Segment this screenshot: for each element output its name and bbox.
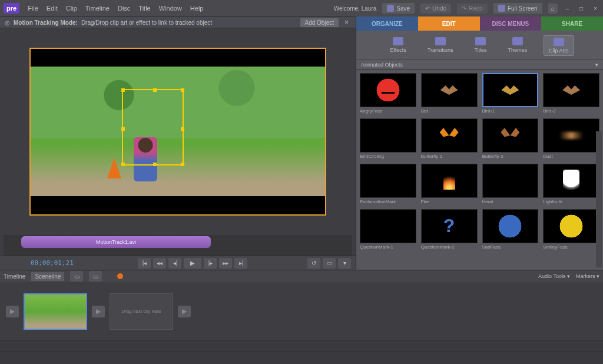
asset-fire[interactable]: Fire: [421, 164, 478, 204]
undo-label: Undo: [432, 5, 446, 12]
menu-title[interactable]: Title: [138, 5, 150, 12]
subtab-effects[interactable]: Effects: [385, 35, 410, 56]
tab-organize[interactable]: ORGANIZE: [356, 16, 418, 31]
sceneline-tool-1[interactable]: ▭: [70, 271, 83, 282]
audio-tracks: [0, 340, 603, 364]
add-object-button[interactable]: Add Object: [300, 18, 339, 27]
scene-clip-1[interactable]: [24, 293, 87, 330]
tracking-box[interactable]: [122, 89, 184, 166]
menubar: pre FileEditClipTimelineDiscTitleWindowH…: [0, 0, 603, 16]
loop-button[interactable]: ↺: [307, 258, 320, 269]
asset-label: Bird-1: [482, 108, 539, 114]
subtab-themes[interactable]: Themes: [503, 35, 532, 56]
asset-lightbulb[interactable]: Lightbulb: [543, 164, 599, 204]
close-button[interactable]: ×: [591, 5, 599, 12]
subtab-titles[interactable]: Titles: [469, 35, 491, 56]
audio-track-1[interactable]: [0, 341, 603, 352]
home-button[interactable]: ⌂: [548, 4, 558, 14]
safe-margins-button[interactable]: ▭: [323, 258, 336, 269]
menu-edit[interactable]: Edit: [47, 5, 58, 12]
goto-start-button[interactable]: |◂: [138, 258, 151, 269]
asset-angryface[interactable]: AngryFace: [360, 73, 416, 114]
workspace-tabs: ORGANIZE EDIT DISC MENUS SHARE: [356, 16, 603, 31]
tab-sceneline[interactable]: Sceneline: [31, 272, 64, 281]
asset-bird-2[interactable]: Bird-2: [543, 73, 599, 114]
asset-butterfly-1[interactable]: Butterfly-1: [421, 118, 478, 159]
markers-button[interactable]: Markers ▾: [576, 273, 599, 279]
asset-questionmark-2[interactable]: ?QuestionMark-2: [421, 209, 478, 250]
play-button[interactable]: ▶: [184, 258, 201, 269]
clip-bar[interactable]: MotionTrack1.avi: [21, 236, 211, 248]
asset-label: Bat: [421, 108, 478, 114]
rewind-button[interactable]: ◂◂: [153, 258, 166, 269]
step-fwd-button[interactable]: |▸: [204, 258, 217, 269]
undo-button[interactable]: ↶ Undo: [420, 4, 451, 14]
minimize-button[interactable]: –: [564, 5, 572, 12]
close-motion-button[interactable]: ×: [342, 18, 351, 27]
fast-fwd-button[interactable]: ▸▸: [219, 258, 232, 269]
category-header[interactable]: Animated Objects ▾: [356, 59, 603, 70]
asset-birdcircling[interactable]: BirdCircling: [360, 118, 416, 159]
asset-smileyface[interactable]: SmileyFace: [543, 209, 599, 250]
menu-window[interactable]: Window: [159, 5, 182, 12]
record-icon[interactable]: [117, 273, 123, 279]
asset-label: SadFace: [482, 244, 539, 250]
scene-placeholder[interactable]: Drag next clip here: [110, 293, 173, 330]
tab-share[interactable]: SHARE: [541, 16, 603, 31]
subtab-clip-arts[interactable]: Clip Arts: [544, 35, 574, 56]
asset-thumb: [360, 73, 416, 107]
bottom-right-tools: Audio Tools ▾ Markers ▾: [538, 273, 599, 279]
asset-bat[interactable]: Bat: [421, 73, 478, 114]
asset-label: Heart: [482, 199, 539, 204]
options-button[interactable]: ▾: [338, 258, 351, 269]
asset-label: ExclamationMark: [360, 199, 416, 204]
asset-bird-1[interactable]: Bird-1: [482, 73, 539, 114]
menu-timeline[interactable]: Timeline: [85, 5, 110, 12]
redo-button[interactable]: ↷ Redo: [457, 4, 488, 14]
asset-sadface[interactable]: SadFace: [482, 209, 539, 250]
menu-file[interactable]: File: [28, 5, 38, 12]
save-button[interactable]: Save: [382, 3, 415, 14]
asset-butterfly-2[interactable]: Butterfly-2: [482, 118, 539, 159]
asset-thumb: [360, 118, 416, 153]
audio-tools-button[interactable]: Audio Tools ▾: [538, 273, 570, 279]
clip arts-icon: [554, 38, 564, 46]
subtab-transitions[interactable]: Transitions: [423, 35, 458, 56]
mini-timeline[interactable]: MotionTrack1.avi: [4, 235, 352, 256]
asset-heart[interactable]: Heart: [482, 164, 539, 204]
asset-grid-area: AngryFaceBatBird-1Bird-2BirdCirclingButt…: [356, 70, 603, 270]
asset-label: Dust: [543, 154, 599, 159]
asset-thumb: [360, 164, 416, 198]
video-preview[interactable]: [29, 48, 326, 216]
asset-dust[interactable]: Dust: [543, 118, 599, 159]
fullscreen-button[interactable]: Full Screen: [493, 3, 542, 14]
asset-questionmark-1[interactable]: QuestionMark-1: [360, 209, 416, 250]
sceneline-tool-2[interactable]: ▭: [89, 271, 102, 282]
save-label: Save: [396, 5, 410, 12]
scene-prev-transition[interactable]: ▶: [6, 306, 19, 317]
menu-help[interactable]: Help: [190, 5, 204, 12]
main-area: ◎ Motion Tracking Mode: Drag/Drop clip a…: [0, 16, 603, 270]
fullscreen-label: Full Screen: [508, 5, 538, 12]
step-back-button[interactable]: ◂|: [168, 258, 181, 269]
asset-label: BirdCircling: [360, 154, 416, 159]
timecode: 00;00;01;21: [31, 259, 74, 267]
tab-edit[interactable]: EDIT: [418, 16, 480, 31]
asset-label: Fire: [421, 199, 478, 204]
effects-icon: [393, 37, 403, 45]
scene-next-transition[interactable]: ▶: [178, 306, 191, 317]
menu-clip[interactable]: Clip: [66, 5, 77, 12]
asset-exclamationmark[interactable]: ExclamationMark: [360, 164, 416, 204]
scene-transition-1[interactable]: ▶: [92, 306, 105, 317]
tab-timeline[interactable]: Timeline: [4, 273, 25, 280]
audio-tools-label: Audio Tools: [538, 273, 565, 279]
goto-end-button[interactable]: ▸|: [234, 258, 247, 269]
asset-thumb: [543, 209, 599, 243]
maximize-button[interactable]: □: [577, 5, 585, 12]
audio-track-2[interactable]: [0, 352, 603, 362]
tab-disc-menus[interactable]: DISC MENUS: [480, 16, 542, 31]
asset-thumb: [360, 209, 416, 243]
scrollbar[interactable]: [596, 131, 602, 267]
menu-disc[interactable]: Disc: [118, 5, 130, 12]
asset-label: Bird-2: [543, 108, 599, 114]
